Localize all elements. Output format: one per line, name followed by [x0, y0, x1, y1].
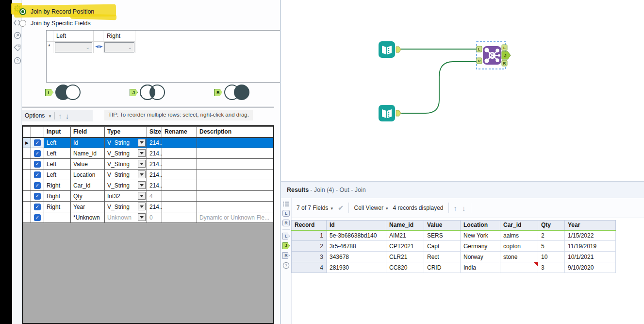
open-link-icon[interactable] — [13, 31, 21, 39]
results-cell[interactable]: 1/15/2022 — [565, 230, 616, 241]
results-cell[interactable]: 9/10/2020 — [565, 262, 616, 273]
right-output-anchor-tab[interactable]: R — [282, 252, 290, 259]
move-down-button[interactable]: ↓ — [66, 112, 69, 120]
results-cell[interactable]: Germany — [461, 241, 500, 252]
results-cell[interactable]: 10 — [538, 252, 565, 262]
type-dropdown-button[interactable] — [138, 149, 146, 157]
results-cell[interactable]: AIM21 — [386, 230, 424, 241]
cell-description[interactable] — [197, 202, 273, 212]
results-cell[interactable]: 3 — [538, 262, 565, 273]
cell-description[interactable] — [197, 180, 273, 191]
row-checkbox[interactable]: ✓ — [34, 204, 41, 210]
cell-rename[interactable] — [162, 170, 197, 180]
tag-icon[interactable] — [13, 44, 21, 52]
apply-check-icon[interactable]: ✔ — [338, 204, 344, 212]
results-cell[interactable]: 2 — [538, 230, 565, 241]
options-menu-button[interactable]: Options ▾ — [25, 112, 51, 119]
results-col-name_id[interactable]: Name_id — [386, 221, 424, 230]
results-cell[interactable]: 11/19/2019 — [565, 241, 616, 252]
row-checkbox[interactable]: ✓ — [34, 214, 41, 221]
workflow-canvas[interactable]: L R L J R — [281, 0, 644, 181]
type-dropdown-button[interactable] — [138, 181, 146, 189]
results-col-qty[interactable]: Qty — [538, 221, 565, 230]
results-col-record[interactable]: Record — [292, 221, 327, 230]
cell-rename[interactable] — [162, 212, 197, 223]
results-cell[interactable]: CLR21 — [386, 252, 424, 262]
grid-row[interactable]: ▶✓LeftIdV_String214... — [23, 137, 273, 148]
join-tool[interactable]: L R L J R — [477, 42, 511, 69]
list-icon[interactable] — [283, 201, 290, 207]
results-cell[interactable]: aaims — [500, 230, 538, 241]
right-input-anchor-tab[interactable]: R — [282, 220, 290, 226]
row-checkbox[interactable]: ✓ — [34, 193, 41, 200]
row-checkbox[interactable]: ✓ — [34, 171, 41, 178]
cell-rename[interactable] — [162, 180, 197, 191]
output-anchor[interactable] — [396, 47, 401, 52]
cell-description[interactable] — [197, 137, 273, 148]
help-icon[interactable]: ? — [13, 56, 21, 65]
left-input-anchor-tab[interactable]: L — [282, 210, 290, 217]
results-cell[interactable]: 5 — [538, 241, 565, 252]
cell-viewer-dropdown[interactable]: Cell Viewer▾ — [354, 205, 388, 211]
results-col-value[interactable]: Value — [424, 221, 461, 230]
results-cell[interactable]: Norway — [461, 252, 500, 262]
results-col-id[interactable]: Id — [327, 221, 386, 230]
row-checkbox[interactable]: ✓ — [34, 182, 41, 189]
results-cell[interactable]: 10/1/2021 — [565, 252, 616, 262]
grid-row[interactable]: ✓LeftValueV_String214... — [23, 159, 273, 170]
join-output-anchor-tab[interactable]: J — [282, 242, 290, 249]
results-cell[interactable]: copton — [500, 241, 538, 252]
results-cell[interactable]: stone — [500, 252, 538, 262]
row-checkbox[interactable]: ✓ — [34, 150, 41, 157]
results-cell[interactable]: 5e-3b68638bd140 — [327, 230, 386, 241]
type-dropdown-button[interactable] — [138, 171, 146, 178]
results-cell[interactable]: 3r5-46788 — [327, 241, 386, 252]
grid-row[interactable]: ✓RightQtyInt324 — [23, 191, 273, 202]
cell-rename[interactable] — [162, 191, 197, 202]
grid-row[interactable]: ✓RightCar_idV_String214... — [23, 180, 273, 191]
cell-rename[interactable] — [162, 148, 197, 159]
input-data-tool-1[interactable] — [379, 41, 401, 58]
results-row[interactable]: 4281930CC820CRIDIndia39/10/2020 — [292, 262, 616, 273]
grid-row[interactable]: ✓*UnknownUnknown0Dynamic or Unknown Fie.… — [23, 212, 273, 223]
cell-description[interactable]: Dynamic or Unknown Fie... — [197, 212, 273, 223]
results-cell[interactable]: 343678 — [327, 252, 386, 262]
scroll-up-button[interactable]: ↑ — [454, 204, 458, 212]
grid-row[interactable]: ✓RightYearV_String214... — [23, 202, 273, 212]
cell-rename[interactable] — [162, 159, 197, 170]
results-cell[interactable]: CRID — [424, 262, 461, 273]
cell-description[interactable] — [197, 170, 273, 180]
row-checkbox[interactable]: ✓ — [34, 161, 41, 168]
scroll-down-button[interactable]: ↓ — [462, 204, 466, 212]
results-cell[interactable]: 281930 — [327, 262, 386, 273]
type-dropdown-button[interactable] — [138, 203, 146, 210]
results-row[interactable]: 23r5-46788CPT2021CaptGermanycopton511/19… — [292, 241, 616, 252]
type-dropdown-button[interactable] — [138, 213, 146, 221]
results-cell[interactable]: India — [461, 262, 500, 273]
move-up-button[interactable]: ↑ — [58, 112, 62, 120]
results-col-location[interactable]: Location — [461, 221, 500, 230]
swap-fields-arrows[interactable] — [95, 44, 103, 49]
cell-description[interactable] — [197, 191, 273, 202]
left-output-anchor-tab[interactable]: L — [282, 233, 290, 239]
type-dropdown-button[interactable] — [138, 192, 146, 200]
results-cell[interactable]: CPT2021 — [386, 241, 424, 252]
help-icon[interactable]: ? — [282, 262, 290, 269]
results-col-car_id[interactable]: Car_id — [500, 221, 538, 230]
results-cell[interactable]: SERS — [424, 230, 461, 241]
grid-row[interactable]: ✓LeftName_idV_String214... — [23, 148, 273, 159]
results-cell[interactable]: Rect — [424, 252, 461, 262]
results-cell[interactable]: Capt — [424, 241, 461, 252]
cell-description[interactable] — [197, 148, 273, 159]
results-cell[interactable]: CC820 — [386, 262, 424, 273]
cell-description[interactable] — [197, 159, 273, 170]
join-by-specific-fields-option[interactable]: Join by Specific Fields — [19, 20, 91, 27]
output-anchor[interactable] — [396, 110, 401, 116]
fields-dropdown[interactable]: 7 of 7 Fields▾ — [297, 205, 333, 211]
left-field-dropdown[interactable]: ⌄ — [55, 42, 92, 52]
results-col-year[interactable]: Year — [565, 221, 616, 230]
wire-input2-to-join-right[interactable] — [401, 62, 477, 113]
join-by-record-position-option[interactable]: Join by Record Position — [19, 8, 94, 15]
cell-rename[interactable] — [162, 202, 197, 212]
results-cell[interactable]: New York — [461, 230, 500, 241]
